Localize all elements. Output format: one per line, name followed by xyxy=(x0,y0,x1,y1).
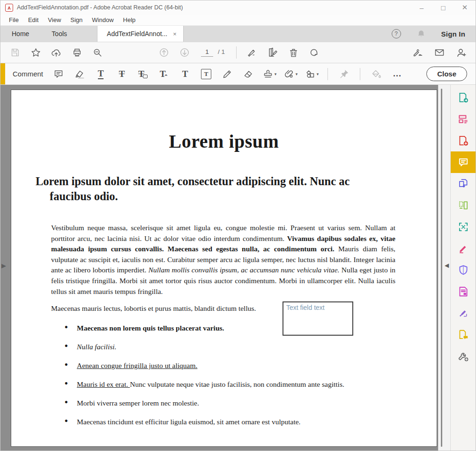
close-window-button[interactable]: ✕ xyxy=(454,0,476,15)
help-icon[interactable]: ? xyxy=(392,29,401,38)
more-options-button[interactable]: ... xyxy=(389,69,405,79)
menu-bar: File Edit View Sign Window Help xyxy=(0,15,476,25)
sidebar-certificates-icon[interactable] xyxy=(451,302,476,324)
sidebar-request-signatures-icon[interactable] xyxy=(451,324,476,346)
list-item: Maecenas tincidunt est efficitur ligula … xyxy=(77,417,404,427)
sidebar-edit-pdf-icon[interactable] xyxy=(451,108,476,130)
sidebar-export-pdf-icon[interactable] xyxy=(451,87,476,108)
comment-accent-bar xyxy=(0,63,5,84)
comment-toolbar: Comment T T T T⌃ T T ▾ xyxy=(0,63,476,85)
page-total-label: / 1 xyxy=(218,48,225,55)
list-item: Nulla facilisi. xyxy=(77,342,404,352)
text-field-annotation[interactable]: Text field text xyxy=(283,301,353,336)
favorite-star-icon[interactable] xyxy=(28,45,44,60)
acrobat-logo-icon xyxy=(5,4,13,12)
sidebar-combine-files-icon[interactable] xyxy=(451,173,476,195)
list-item: Aenean congue fringilla justo ut aliquam… xyxy=(77,361,404,371)
text-field-value: Text field text xyxy=(286,304,325,311)
comment-toolbar-label: Comment xyxy=(13,70,43,78)
sidebar-organize-pages-icon[interactable] xyxy=(451,195,476,216)
minimize-button[interactable]: – xyxy=(411,0,432,15)
sign-pen-icon[interactable] xyxy=(244,45,260,60)
sidebar-more-tools-icon[interactable] xyxy=(451,346,476,367)
color-picker-icon[interactable] xyxy=(368,66,384,82)
window-controls: – □ ✕ xyxy=(411,0,476,15)
list-item: Mauris id ex erat. Nunc vulputate neque … xyxy=(77,379,404,390)
list-item: Morbi viverra semper lorem nec molestie. xyxy=(77,398,404,408)
keep-tool-selected-pin-icon[interactable] xyxy=(336,66,352,82)
share-add-user-icon[interactable] xyxy=(453,45,469,60)
menu-edit[interactable]: Edit xyxy=(23,16,43,23)
cloud-upload-icon[interactable] xyxy=(48,45,64,60)
save-icon[interactable] xyxy=(7,45,23,60)
sidebar-comment-icon[interactable] xyxy=(451,151,476,173)
sidebar-create-pdf-icon[interactable] xyxy=(451,130,476,151)
next-page-icon[interactable] xyxy=(177,45,193,60)
draw-pencil-icon[interactable] xyxy=(219,66,235,82)
menu-sign[interactable]: Sign xyxy=(66,16,87,23)
tab-home[interactable]: Home xyxy=(0,26,40,42)
sign-in-button[interactable]: Sign In xyxy=(441,30,465,38)
list-item: Maecenas non lorem quis tellus placerat … xyxy=(77,323,404,333)
expand-left-panel-icon[interactable]: ▶ xyxy=(1,262,6,269)
fill-and-sign-icon[interactable] xyxy=(265,45,281,60)
replace-text-icon[interactable]: T xyxy=(135,66,151,82)
doc-heading: Lorem ipsum dolor sit amet, consectetur … xyxy=(11,174,437,204)
tools-sidebar xyxy=(450,85,476,451)
menu-file[interactable]: File xyxy=(4,16,23,23)
tab-document-label: AddTextFieldAnnot... xyxy=(107,30,167,38)
content-area: ▶ Lorem ipsum Lorem ipsum dolor sit amet… xyxy=(0,85,476,451)
menu-help[interactable]: Help xyxy=(119,16,141,23)
sidebar-redact-icon[interactable] xyxy=(451,281,476,302)
previous-page-icon[interactable] xyxy=(156,45,172,60)
pdf-page: Lorem ipsum Lorem ipsum dolor sit amet, … xyxy=(11,90,437,447)
search-icon[interactable] xyxy=(89,45,105,60)
sticky-note-icon[interactable] xyxy=(51,66,67,82)
sidebar-fill-and-sign-icon[interactable] xyxy=(451,238,476,259)
tab-tools[interactable]: Tools xyxy=(40,26,78,42)
page-number-input[interactable]: 1 xyxy=(201,48,213,57)
window-title: AddTextFieldAnnotation.pdf - Adobe Acrob… xyxy=(17,4,183,11)
tab-close-icon[interactable]: × xyxy=(173,30,177,38)
title-bar: AddTextFieldAnnotation.pdf - Adobe Acrob… xyxy=(0,0,476,15)
document-viewport[interactable]: ▶ Lorem ipsum Lorem ipsum dolor sit amet… xyxy=(0,85,438,451)
menu-window[interactable]: Window xyxy=(87,16,118,23)
stamp-icon[interactable]: ▾ xyxy=(261,66,277,82)
menu-view[interactable]: View xyxy=(43,16,66,23)
doc-title: Lorem ipsum xyxy=(11,130,437,152)
maximize-button[interactable]: □ xyxy=(432,0,454,15)
acrobat-window: AddTextFieldAnnotation.pdf - Adobe Acrob… xyxy=(0,0,476,451)
scrollbar-thumb[interactable] xyxy=(441,89,442,447)
doc-bullet-list: Maecenas non lorem quis tellus placerat … xyxy=(11,323,437,427)
vertical-scrollbar[interactable] xyxy=(438,85,444,451)
main-toolbar: 1 / 1 xyxy=(0,42,476,63)
doc-paragraph-1: Vestibulum neque massa, scelerisque sit … xyxy=(51,223,395,297)
send-for-signature-icon[interactable] xyxy=(410,45,426,60)
email-icon[interactable] xyxy=(431,45,447,60)
print-icon[interactable] xyxy=(69,45,85,60)
attach-file-icon[interactable]: ▾ xyxy=(283,66,298,82)
delete-trash-icon[interactable] xyxy=(285,45,301,60)
sidebar-protect-icon[interactable] xyxy=(451,259,476,281)
tab-document[interactable]: AddTextFieldAnnot... × xyxy=(97,26,184,42)
insert-text-icon[interactable]: T⌃ xyxy=(156,66,172,82)
underline-text-icon[interactable]: T xyxy=(93,66,109,82)
sidebar-compress-pdf-icon[interactable] xyxy=(451,216,476,238)
page-navigation: 1 / 1 xyxy=(201,48,225,57)
strikethrough-text-icon[interactable]: T xyxy=(114,66,130,82)
add-text-box-icon[interactable]: T xyxy=(198,66,214,82)
close-comment-button[interactable]: Close xyxy=(426,67,467,81)
notifications-bell-icon[interactable] xyxy=(413,26,429,42)
drawing-shapes-icon[interactable]: ▾ xyxy=(304,66,320,82)
add-text-comment-icon[interactable]: T xyxy=(177,66,193,82)
tab-bar: Home Tools AddTextFieldAnnot... × ? Sign… xyxy=(0,25,476,42)
highlight-text-icon[interactable] xyxy=(72,66,88,82)
collapse-right-panel-icon[interactable]: ◀ xyxy=(445,262,449,269)
rotate-view-icon[interactable] xyxy=(306,45,322,60)
erase-icon[interactable] xyxy=(240,66,256,82)
